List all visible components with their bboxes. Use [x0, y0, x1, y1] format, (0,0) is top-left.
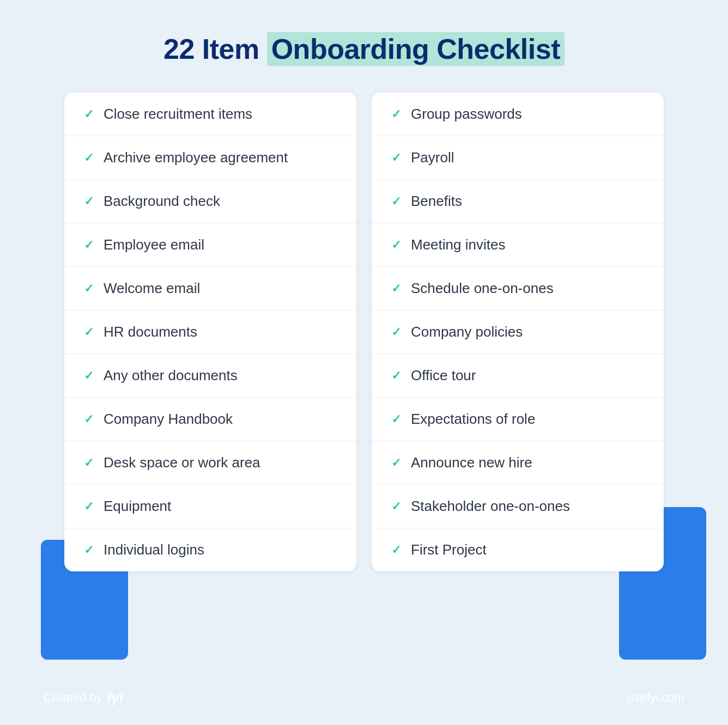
- list-item: ✓Benefits: [372, 180, 664, 223]
- item-label: Company Handbook: [104, 411, 233, 428]
- list-item: ✓Equipment: [64, 485, 356, 528]
- right-checklist-card: ✓Group passwords✓Payroll✓Benefits✓Meetin…: [372, 93, 664, 571]
- check-icon: ✓: [391, 544, 401, 556]
- check-icon: ✓: [84, 413, 94, 425]
- list-item: ✓Archive employee agreement: [64, 136, 356, 180]
- list-item: ✓Background check: [64, 180, 356, 223]
- check-icon: ✓: [391, 108, 401, 120]
- check-icon: ✓: [84, 152, 94, 164]
- list-item: ✓Schedule one-on-ones: [372, 267, 664, 310]
- check-icon: ✓: [84, 544, 94, 556]
- list-item: ✓Individual logins: [64, 528, 356, 571]
- check-icon: ✓: [391, 326, 401, 338]
- check-icon: ✓: [391, 239, 401, 251]
- item-label: Employee email: [104, 236, 204, 253]
- footer-created-label: Created by: [44, 691, 102, 705]
- item-label: Meeting invites: [411, 236, 505, 253]
- item-label: Equipment: [104, 498, 171, 515]
- list-item: ✓Meeting invites: [372, 223, 664, 267]
- list-item: ✓Expectations of role: [372, 398, 664, 441]
- check-icon: ✓: [391, 283, 401, 295]
- title-area: 22 Item Onboarding Checklist: [163, 33, 565, 65]
- list-item: ✓Company policies: [372, 310, 664, 354]
- item-label: Announce new hire: [411, 454, 532, 471]
- page-wrapper: 22 Item Onboarding Checklist ✓Close recr…: [0, 0, 728, 725]
- check-icon: ✓: [391, 457, 401, 469]
- item-label: Company policies: [411, 324, 523, 340]
- check-icon: ✓: [84, 370, 94, 382]
- footer-brand: fyi: [107, 690, 123, 706]
- item-label: Background check: [104, 193, 220, 210]
- title-prefix: 22 Item: [163, 33, 267, 65]
- check-icon: ✓: [84, 108, 94, 120]
- list-item: ✓Any other documents: [64, 354, 356, 398]
- item-label: Welcome email: [104, 280, 200, 297]
- list-item: ✓Employee email: [64, 223, 356, 267]
- item-label: Any other documents: [104, 367, 238, 384]
- item-label: Payroll: [411, 149, 454, 166]
- footer-created-by: Created by fyi: [44, 690, 123, 706]
- title-highlighted: Onboarding Checklist: [267, 32, 565, 66]
- list-item: ✓Group passwords: [372, 93, 664, 136]
- left-checklist-card: ✓Close recruitment items✓Archive employe…: [64, 93, 356, 571]
- list-item: ✓Close recruitment items: [64, 93, 356, 136]
- list-item: ✓First Project: [372, 528, 664, 571]
- item-label: Benefits: [411, 193, 462, 210]
- item-label: Individual logins: [104, 541, 204, 558]
- list-item: ✓Stakeholder one-on-ones: [372, 485, 664, 528]
- check-icon: ✓: [84, 283, 94, 295]
- item-label: Schedule one-on-ones: [411, 280, 554, 297]
- page-title: 22 Item Onboarding Checklist: [163, 33, 565, 65]
- check-icon: ✓: [391, 152, 401, 164]
- check-icon: ✓: [84, 501, 94, 513]
- check-icon: ✓: [391, 501, 401, 513]
- item-label: First Project: [411, 541, 487, 558]
- item-label: Office tour: [411, 367, 476, 384]
- item-label: Expectations of role: [411, 411, 535, 428]
- list-item: ✓HR documents: [64, 310, 356, 354]
- item-label: Desk space or work area: [104, 454, 260, 471]
- check-icon: ✓: [84, 239, 94, 251]
- list-item: ✓Company Handbook: [64, 398, 356, 441]
- check-icon: ✓: [391, 196, 401, 208]
- check-icon: ✓: [84, 457, 94, 469]
- check-icon: ✓: [391, 413, 401, 425]
- list-item: ✓Desk space or work area: [64, 441, 356, 485]
- checklist-container: ✓Close recruitment items✓Archive employe…: [64, 93, 664, 571]
- check-icon: ✓: [84, 326, 94, 338]
- footer: Created by fyi usefyi.com: [0, 671, 728, 725]
- list-item: ✓Payroll: [372, 136, 664, 180]
- list-item: ✓Welcome email: [64, 267, 356, 310]
- list-item: ✓Office tour: [372, 354, 664, 398]
- item-label: Stakeholder one-on-ones: [411, 498, 570, 515]
- footer-url: usefyi.com: [627, 691, 684, 705]
- item-label: Close recruitment items: [104, 106, 252, 123]
- item-label: Archive employee agreement: [104, 149, 288, 166]
- check-icon: ✓: [391, 370, 401, 382]
- list-item: ✓Announce new hire: [372, 441, 664, 485]
- check-icon: ✓: [84, 196, 94, 208]
- item-label: HR documents: [104, 324, 197, 340]
- item-label: Group passwords: [411, 106, 522, 123]
